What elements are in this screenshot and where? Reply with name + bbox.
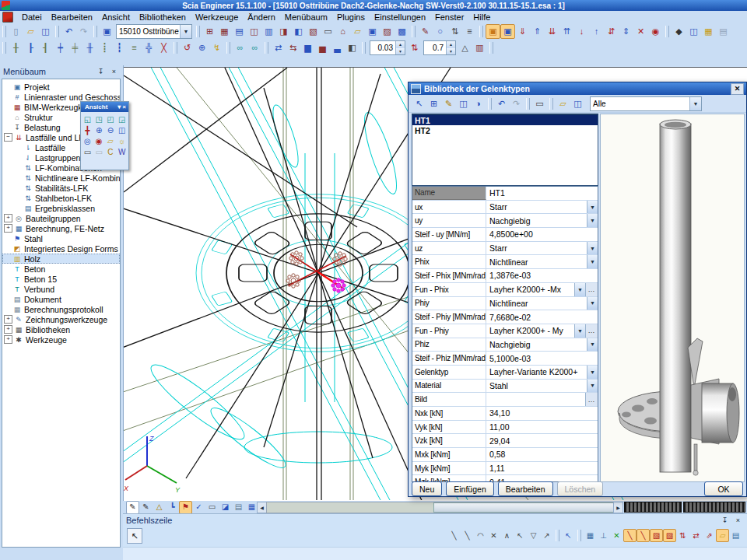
undo-icon[interactable]: ↶ [61,24,76,39]
dropdown-arrow-icon[interactable]: ▼ [587,366,598,379]
snap-folder-icon[interactable]: ▱ [716,529,729,542]
chevron-down-icon[interactable]: ▾ [117,103,121,110]
pen-active-icon[interactable]: ✎ [126,501,139,514]
tree-item-berechnungsprotokoll[interactable]: ▦Berechnungsprotokoll [2,304,120,314]
property-value[interactable]: 0,58 [486,448,598,461]
dropdown-arrow-icon[interactable]: ▼ [574,283,585,296]
hatch-icon[interactable]: ▧ [306,24,321,39]
save-icon[interactable]: ◫ [570,96,585,111]
dropdown-arrow-icon[interactable]: ▼ [587,338,598,352]
section-ac-icon[interactable]: ┨ [38,40,53,55]
zoom-window-icon[interactable]: ◫ [116,124,128,135]
menu-bibliotheken[interactable]: Bibliotheken [135,12,191,23]
app-icon[interactable] [2,12,13,23]
tree-item-stahl[interactable]: ⚑Stahl [2,233,120,243]
snap-arc-icon[interactable]: ◠ [474,529,487,542]
cursor-arrow-icon[interactable]: ↖ [127,528,142,544]
flag-icon[interactable]: ⚑ [179,501,192,514]
section-ae-icon[interactable]: ╪ [68,40,82,55]
menu-einstellungen[interactable]: Einstellungen [370,12,430,23]
redo-icon[interactable]: ↷ [509,96,524,111]
list-item-ht1[interactable]: HT1 [412,115,598,125]
cross-sections-icon[interactable]: ▤ [232,24,247,39]
view-front-icon[interactable]: ◱ [82,114,93,124]
property-value[interactable]: 1,11 [486,462,598,475]
document-icon[interactable]: ▣ [365,24,380,39]
docked-dark-toolbar[interactable] [624,502,682,513]
property-value[interactable]: 29,04 [486,434,598,447]
docked-dark-toolbar-2[interactable] [683,502,745,513]
materials-icon[interactable]: ▦ [217,24,232,39]
new-icon[interactable]: ▯ [9,24,23,39]
snap-table-icon[interactable]: ▤ [729,529,742,542]
snap-horiz-icon[interactable]: ⇄ [689,529,703,542]
results-icon[interactable]: ▦ [701,24,716,39]
lines-icon[interactable]: ≡ [462,24,477,39]
property-value[interactable]: 5,1000e-03 [486,352,598,365]
property-value[interactable]: Layher-Variante K2000+ [486,366,587,379]
menu-ansicht[interactable]: Ansicht [97,12,135,23]
dialog-close-icon[interactable]: ✕ [731,83,744,95]
property-value[interactable]: 11,00 [486,421,598,434]
loadcase-window2-icon[interactable]: ▣ [500,24,515,39]
zoom-out-icon[interactable]: ⊖ [105,124,117,135]
dropdown-arrow-icon[interactable]: ▼ [587,297,598,310]
ansicht-palette-titlebar[interactable]: Ansicht ▾ × [81,102,128,112]
chain-icon[interactable]: ⇄ [271,40,286,55]
tree-item-nichtlineare-lf-kombinationen[interactable]: ⇅Nichtlineare LF-Kombinationen [2,173,120,183]
neu-button[interactable]: Neu [412,481,442,496]
property-value[interactable]: Stahl [486,380,587,393]
pin-icon[interactable]: ↧ [719,515,731,526]
swap-red-icon[interactable]: ⇅ [407,40,422,55]
spin-up-icon[interactable]: ▲ [447,41,455,48]
property-value[interactable]: 7,6680e-02 [486,310,598,324]
snap-line-icon[interactable]: ╲ [447,529,461,542]
scroll-right-icon[interactable]: ▶ [613,502,623,513]
ruler-icon[interactable]: ▥ [472,40,487,55]
spin-up-icon[interactable]: ▲ [396,41,405,48]
property-value[interactable]: 1,3876e-03 [486,269,598,282]
spin-buttons[interactable]: ▲▼ [395,41,405,54]
property-value[interactable]: Starr [486,242,587,255]
expand-plus-icon[interactable]: + [4,214,12,222]
plate-icon[interactable]: ◧ [291,24,306,39]
load-single-icon[interactable]: ↓ [574,24,589,39]
zoom-in-icon[interactable]: ⊕ [93,124,105,135]
expand-plus-icon[interactable]: + [4,325,12,334]
print-disabled-icon[interactable]: ▭ [93,146,105,157]
book-icon[interactable]: ▤ [232,501,245,514]
calc-icon[interactable]: ◫ [686,24,701,39]
tree-item-ergebnisklassen[interactable]: ▤Ergebnisklassen [2,203,120,213]
open-icon[interactable]: ▱ [556,96,570,111]
section-aj-icon[interactable]: ╬ [142,40,156,55]
annotate-icon[interactable]: ✎ [418,24,433,39]
layers-icon[interactable]: ◫ [247,24,261,39]
tree-item-beton[interactable]: TBeton [2,264,120,274]
bearbeiten-button[interactable]: Bearbeiten [498,481,553,496]
load-single2-icon[interactable]: ↑ [589,24,604,39]
snap-cross-icon[interactable]: ✕ [487,529,500,542]
folder-icon[interactable]: ▱ [105,135,117,146]
clipboard-w-icon[interactable]: W [116,146,128,157]
glasses-icon[interactable]: ∞ [233,40,247,55]
title-bar[interactable]: Scia Engineer 15.1.100 - [15010 Osttribü… [0,0,747,11]
dropdown-arrow-icon[interactable]: ▼ [587,214,598,227]
property-value[interactable]: HT1 [486,187,598,200]
dropdown-arrow-icon[interactable]: ▼ [587,255,598,268]
ellipsis-button[interactable]: … [585,283,598,296]
dropdown-arrow-icon[interactable]: ▼ [587,380,598,393]
project-data-icon[interactable]: ⊞ [202,24,217,39]
tree-item-berechnung-fe-netz[interactable]: +▦Berechnung, FE-Netz [2,223,120,233]
expand-plus-icon[interactable]: + [4,335,12,344]
print-icon[interactable]: ▭ [82,146,93,157]
tree-item-werkzeuge[interactable]: +✱Werkzeuge [2,334,120,345]
chevron-down-icon[interactable]: ▼ [689,97,701,110]
section-aa-icon[interactable]: ╂ [9,40,23,55]
load-up-icon[interactable]: ⇑ [530,24,545,39]
menu-fenster[interactable]: Fenster [430,12,468,23]
tree-item-bibliotheken[interactable]: +▦Bibliotheken [2,324,120,334]
spin-buttons[interactable]: ▲▼ [446,41,455,54]
load-swap-icon[interactable]: ⇵ [604,24,619,39]
spin-down-icon[interactable]: ▼ [447,48,455,55]
snap-node-icon[interactable]: ▨ [663,529,676,542]
